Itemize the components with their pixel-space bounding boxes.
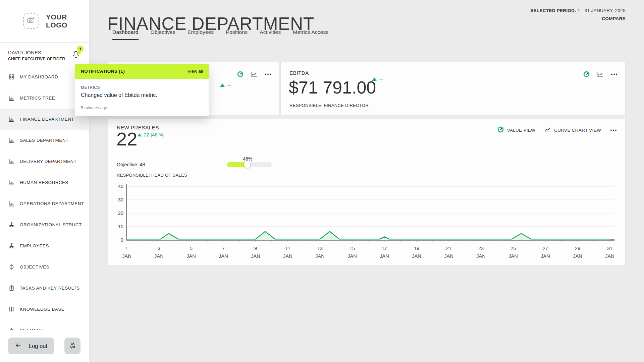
- arrow-left-icon: [15, 342, 22, 350]
- trend-up-icon: [372, 77, 377, 81]
- sidebar-item-label: FINANCE DEPARTMENT: [20, 117, 74, 122]
- delta-indicator: [372, 77, 383, 81]
- more-menu-icon[interactable]: [610, 127, 617, 134]
- progress-knob[interactable]: [244, 162, 251, 168]
- svg-text:30: 30: [118, 197, 123, 202]
- more-menu-icon[interactable]: [264, 71, 272, 78]
- period-selector: SELECTED PERIOD: 1 - 31 JANUARY, 2025 CO…: [530, 8, 626, 21]
- curve-chart-view-toggle[interactable]: CURVE CHART VIEW: [544, 126, 601, 134]
- sidebar-item-organizational-struct[interactable]: ORGANIZATIONAL STRUCT...: [0, 214, 89, 235]
- svg-text:JAN: JAN: [154, 253, 163, 259]
- progress-percent-label: 46%: [243, 156, 252, 162]
- notification-item[interactable]: METRICS Changed value of Ebitda metric. …: [75, 79, 209, 116]
- hierarchy-icon: [8, 243, 15, 249]
- sidebar-item-knowledge-base[interactable]: KNOWLEDGE BASE: [0, 299, 89, 320]
- sidebar-item-sales-department[interactable]: SALES DEPARTMENT: [0, 130, 89, 151]
- logo-area[interactable]: YOUR LOGO: [0, 0, 89, 43]
- logout-label: Log out: [29, 343, 47, 349]
- notifications-bell-button[interactable]: 1: [71, 50, 81, 60]
- sidebar-item-label: DELIVERY DEPARTMENT: [20, 159, 76, 164]
- tab-positions[interactable]: Positions: [226, 29, 248, 40]
- svg-text:JAN: JAN: [605, 253, 614, 259]
- delta-value: [227, 85, 231, 86]
- gauge-icon[interactable]: [237, 71, 244, 78]
- metric-value: 22: [116, 129, 137, 149]
- progress-track[interactable]: [227, 162, 272, 167]
- tab-bar: DashboardObjectivesEmployeesPositionsAct…: [112, 29, 329, 40]
- curve-chart-view-label: CURVE CHART VIEW: [554, 128, 601, 133]
- curve-chart-icon[interactable]: [251, 71, 258, 78]
- gauge-icon[interactable]: [583, 71, 590, 78]
- svg-text:25: 25: [511, 246, 516, 251]
- sidebar-item-operations-department[interactable]: OPERATIONS DEPARTMENT: [0, 193, 89, 214]
- gauge-icon: [497, 126, 504, 134]
- objective-progress: 46%: [227, 156, 272, 167]
- svg-text:JAN: JAN: [251, 253, 260, 259]
- svg-text:JAN: JAN: [186, 253, 196, 259]
- metric-card-ebitda: EBITDA $71 791.00 RESPONSIBLE: FINANCE D…: [280, 62, 626, 115]
- more-menu-icon[interactable]: [610, 71, 618, 78]
- sidebar-footer: Log out: [0, 330, 89, 362]
- tab-activities[interactable]: Activities: [260, 29, 281, 40]
- tab-objectives[interactable]: Objectives: [151, 29, 175, 40]
- svg-text:0: 0: [121, 237, 123, 243]
- bar-chart-icon: [8, 200, 15, 207]
- delta-value: [379, 79, 383, 80]
- curve-chart-icon[interactable]: [597, 71, 604, 78]
- card-actions: [237, 71, 272, 78]
- tab-employees[interactable]: Employees: [187, 29, 214, 40]
- notification-message: Changed value of Ebitda metric.: [81, 92, 203, 98]
- sidebar-item-human-resources[interactable]: HUMAN RESOURCES: [0, 172, 89, 193]
- responsible-label: RESPONSIBLE: FINANCE DIRECTOR: [289, 103, 369, 108]
- curve-chart-icon: [544, 126, 551, 134]
- sidebar-item-employees[interactable]: EMPLOYEES: [0, 235, 89, 256]
- metric-value: $71 791.00: [289, 79, 376, 96]
- user-role: CHIEF EXECUTIVE OFFICER: [8, 57, 81, 61]
- compare-button[interactable]: COMPARE: [530, 16, 626, 21]
- main-content: FINANCE DEPARTMENT DashboardObjectivesEm…: [89, 0, 644, 362]
- sync-icon: [68, 342, 76, 351]
- notification-category: METRICS: [81, 85, 203, 90]
- selected-period-value: 1 - 31 JANUARY, 2025: [578, 8, 626, 13]
- svg-text:JAN: JAN: [380, 253, 389, 259]
- svg-text:13: 13: [317, 246, 323, 251]
- svg-text:JAN: JAN: [347, 253, 357, 259]
- logout-button[interactable]: Log out: [8, 338, 54, 354]
- presales-line-chart: 0102030401JAN3JAN5JAN7JAN9JAN11JAN13JAN1…: [115, 182, 619, 262]
- delta-indicator: 22 [46 %]: [138, 132, 164, 137]
- user-name: DAVID JONES: [8, 50, 81, 55]
- svg-text:5: 5: [190, 246, 193, 251]
- svg-text:31: 31: [607, 246, 612, 251]
- switch-workspace-button[interactable]: [64, 338, 80, 354]
- sidebar-item-objectives[interactable]: OBJECTIVES: [0, 256, 89, 278]
- selected-period-label: SELECTED PERIOD:: [530, 8, 576, 13]
- svg-text:JAN: JAN: [315, 253, 324, 259]
- logo-text: YOUR LOGO: [46, 13, 77, 29]
- sidebar-item-label: HUMAN RESOURCES: [20, 180, 68, 185]
- bar-chart-icon: [8, 137, 15, 143]
- metric-title: EBITDA: [289, 70, 309, 76]
- view-all-link[interactable]: View all: [187, 69, 203, 74]
- responsible-label: RESPONSIBLE: HEAD OF SALES: [117, 173, 187, 178]
- svg-text:JAN: JAN: [476, 253, 485, 259]
- clipboard-icon: [8, 285, 15, 291]
- logo-upload-box[interactable]: [23, 13, 39, 29]
- sidebar-item-label: TASKS AND KEY RESULTS: [20, 286, 80, 291]
- user-info: DAVID JONES CHIEF EXECUTIVE OFFICER 1: [0, 43, 89, 61]
- tab-dashboard[interactable]: Dashboard: [112, 29, 139, 40]
- delta-indicator: [220, 83, 231, 87]
- svg-text:JAN: JAN: [508, 253, 518, 259]
- view-toggles: VALUE VIEW CURVE CHART VIEW: [497, 126, 617, 134]
- svg-text:JAN: JAN: [122, 253, 131, 259]
- sidebar-item-tasks-and-key-results[interactable]: TASKS AND KEY RESULTS: [0, 278, 89, 299]
- tab-metrics-access[interactable]: Metrics Access: [293, 29, 328, 40]
- sidebar-item-delivery-department[interactable]: DELIVERY DEPARTMENT: [0, 151, 89, 172]
- selected-period[interactable]: SELECTED PERIOD: 1 - 31 JANUARY, 2025: [530, 8, 626, 13]
- value-view-toggle[interactable]: VALUE VIEW: [497, 126, 536, 134]
- svg-text:7: 7: [222, 246, 225, 251]
- svg-text:27: 27: [543, 246, 548, 251]
- sidebar-item-label: OBJECTIVES: [20, 264, 49, 269]
- bar-chart-icon: [8, 179, 15, 186]
- svg-text:11: 11: [285, 246, 290, 251]
- notifications-title: NOTIFICATIONS (1): [81, 69, 125, 74]
